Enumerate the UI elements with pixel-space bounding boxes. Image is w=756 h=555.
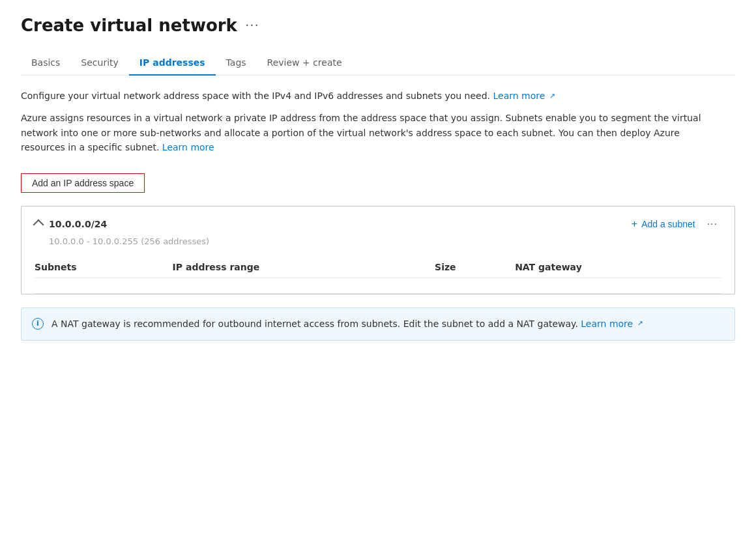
description-2: Azure assigns resources in a virtual net… xyxy=(21,111,712,154)
col-ip-range: IP address range xyxy=(173,257,435,278)
col-nat-gateway: NAT gateway xyxy=(515,257,721,278)
tab-tags[interactable]: Tags xyxy=(216,51,257,76)
subnet-empty-row xyxy=(35,278,721,293)
nat-info-text: A NAT gateway is recommended for outboun… xyxy=(51,317,643,331)
subnet-table-header-row: Subnets IP address range Size NAT gatewa… xyxy=(35,257,721,278)
tab-basics[interactable]: Basics xyxy=(21,51,70,76)
tab-security[interactable]: Security xyxy=(70,51,129,76)
more-options-icon[interactable]: ··· xyxy=(245,18,259,33)
add-ip-address-space-button[interactable]: Add an IP address space xyxy=(21,173,145,193)
tab-review-create[interactable]: Review + create xyxy=(257,51,353,76)
learn-more-link-2[interactable]: Learn more xyxy=(162,142,214,152)
tab-ip-addresses[interactable]: IP addresses xyxy=(129,51,216,76)
nat-info-banner: i A NAT gateway is recommended for outbo… xyxy=(21,307,735,341)
ip-space-actions: + Add a subnet ··· xyxy=(632,217,721,231)
ip-space-card: 10.0.0.0/24 + Add a subnet ··· 10.0.0.0 … xyxy=(21,206,735,294)
ip-address-cidr: 10.0.0.0/24 xyxy=(49,219,107,229)
ip-space-header: 10.0.0.0/24 + Add a subnet ··· xyxy=(35,217,721,231)
page-title-row: Create virtual network ··· xyxy=(21,16,735,35)
ip-space-title-row: 10.0.0.0/24 xyxy=(35,219,107,229)
add-subnet-button[interactable]: + Add a subnet xyxy=(632,218,695,230)
subnet-table: Subnets IP address range Size NAT gatewa… xyxy=(35,257,721,294)
info-icon: i xyxy=(32,318,44,330)
subnet-table-body xyxy=(35,278,721,293)
description-1: Configure your virtual network address s… xyxy=(21,89,712,103)
col-size: Size xyxy=(435,257,515,278)
external-link-icon-nat: ↗ xyxy=(637,319,643,330)
learn-more-link-1[interactable]: Learn more ↗ xyxy=(493,91,556,101)
chevron-up-icon[interactable] xyxy=(33,219,44,230)
plus-icon: + xyxy=(632,218,637,230)
ip-range-text: 10.0.0.0 - 10.0.0.255 (256 addresses) xyxy=(49,236,721,246)
col-subnets: Subnets xyxy=(35,257,173,278)
ip-space-more-options-button[interactable]: ··· xyxy=(703,217,721,231)
tab-nav: Basics Security IP addresses Tags Review… xyxy=(21,51,735,76)
external-link-icon-1: ↗ xyxy=(549,91,555,102)
nat-learn-more-link[interactable]: Learn more ↗ xyxy=(581,319,643,329)
page-title: Create virtual network xyxy=(21,16,237,35)
